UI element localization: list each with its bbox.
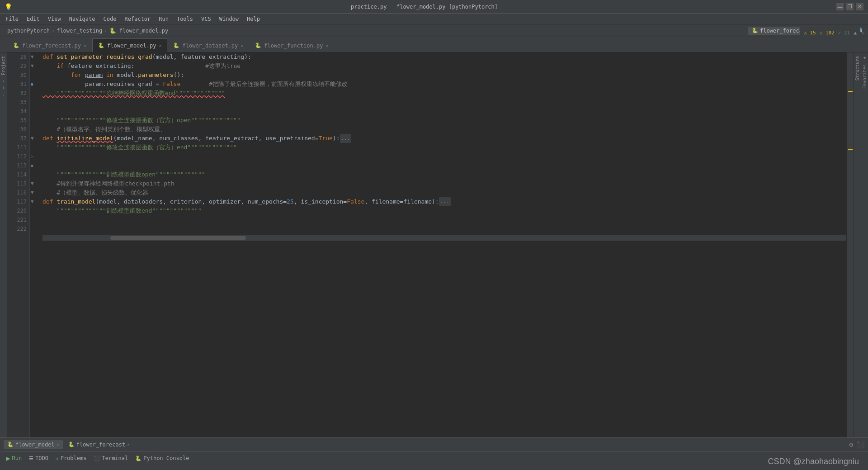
breadcrumb-folder[interactable]: flower_testing [57,28,102,34]
gutter-29[interactable]: ▼ [31,62,39,71]
gutter-116[interactable]: ▼ [31,188,39,197]
code-line-222 [42,224,846,233]
chevron-up-icon[interactable]: ▲ [854,30,857,36]
line-num-113: 113 [10,161,27,170]
code-line-32: """"""""""""""冻结神经网络权重函数end"""""""""""""… [42,89,846,98]
todo-icon: ☰ [29,456,33,461]
menu-run[interactable]: Run [155,15,172,23]
gutter-31[interactable]: ● [31,80,39,89]
right-scrollbar[interactable] [846,52,854,437]
code-line-31: param.requires_grad = False #把除了最后全连接层，前… [42,80,846,89]
menu-view[interactable]: View [44,15,65,23]
line-num-114: 114 [10,170,27,179]
tab-icon-model: 🐍 [98,43,104,48]
project-panel-label[interactable]: Project [0,52,7,79]
tab-label-model: flower_model.py [107,43,156,49]
gutter-28[interactable]: ▼ [31,52,39,62]
terminal-icon: ⬛ [94,456,100,461]
tab-flower-dataset[interactable]: 🐍 flower_dataset.py ✕ [167,38,249,52]
terminal-button[interactable]: ⬛ Terminal [91,454,131,462]
code-content[interactable]: def set_parameter_requires_grad(model, f… [39,52,846,437]
todo-label: TODO [35,455,48,461]
gutter-117[interactable]: ▼ [31,197,39,206]
code-line-115: #得到并保存神经网络模型checkpoint.pth [42,179,846,188]
favorites-icon[interactable]: ★ [863,54,866,61]
line-num-222: 222 [10,224,27,233]
horizontal-scrollbar[interactable] [42,235,846,241]
run-tab-flower-forecast[interactable]: 🐍 flower_forecast ✕ [65,440,133,449]
maximize-button[interactable]: ❐ [846,3,854,10]
gutter-37[interactable]: ▼ [31,134,39,143]
run-tab-flower-model[interactable]: 🐍 flower_model ✕ [4,440,63,449]
main-layout: Project › + - 28 29 30 31 32 33 34 35 36… [0,52,868,437]
menu-file[interactable]: File [2,15,22,23]
menu-bar: File Edit View Navigate Code Refactor Ru… [0,14,868,24]
code-line-29: if feature_extracting: #这里为true [42,62,846,71]
gutter-112[interactable]: ▷ [31,152,39,161]
ok-count: ✓ 21 [838,30,850,36]
line-num-33: 33 [10,98,27,107]
line-num-37: 37 [10,134,27,143]
run-tab-model-label: flower_model [15,442,55,448]
window-title: practice.py - flower_model.py [pythonPyt… [351,4,498,10]
title-bar: 💡 practice.py - flower_model.py [pythonP… [0,0,868,14]
tab-flower-function[interactable]: 🐍 flower_function.py ✕ [249,38,334,52]
problems-button[interactable]: ⚠ Problems [53,454,89,462]
run-tab-forecast-label: flower_forecast [76,442,125,448]
structure-panel[interactable]: Structure [854,52,861,437]
line-num-116: 116 [10,188,27,197]
close-button[interactable]: ✕ [856,3,863,10]
structure-panel-label[interactable]: Structure [854,52,861,84]
gutter-115[interactable]: ▼ [31,179,39,188]
tab-icon-forecast: 🐍 [13,43,19,48]
tab-close-function[interactable]: ✕ [326,43,328,48]
tab-close-dataset[interactable]: ✕ [241,43,243,48]
code-line-117: def train_model(model, dataloaders, crit… [42,197,846,206]
title-bar-left: 💡 [5,3,12,10]
favorites-panel-label[interactable]: Favorites [861,61,868,92]
gutter-222 [31,224,39,233]
tab-close-model[interactable]: ✕ [159,43,161,48]
gutter: ▼ ▼ ● ▼ ▷ ● ▼ ▼ ▼ [30,52,39,437]
menu-edit[interactable]: Edit [23,15,43,23]
tab-flower-model[interactable]: 🐍 flower_model.py ✕ [92,38,167,52]
menu-code[interactable]: Code [100,15,120,23]
minimize-button[interactable]: — [836,3,844,10]
line-num-32: 32 [10,89,27,98]
code-line-111: """"""""""""""修改全连接层函数（官方）end"""""""""""… [42,143,846,152]
line-num-31: 31 [10,80,27,89]
expand-icon[interactable]: + [2,85,5,90]
title-bar-controls[interactable]: — ❐ ✕ [836,3,863,10]
menu-window[interactable]: Window [216,15,242,23]
app-icon: 💡 [5,3,12,10]
breadcrumb-file[interactable]: 🐍 flower_model.py [109,28,169,34]
python-console-button[interactable]: 🐍 Python Console [132,454,192,462]
gutter-113: ● [31,161,39,170]
settings-icon[interactable]: ⚙ [849,441,853,448]
gutter-34 [31,107,39,116]
tab-close-forecast[interactable]: ✕ [84,43,86,48]
menu-tools[interactable]: Tools [173,15,197,23]
scrollbar-thumb[interactable] [110,236,246,240]
warning-bar: ⚠ 15 ⚠ 102 ✓ 21 ▲ [800,27,860,38]
line-num-112: 112 [10,152,27,161]
run-tab-forecast-close[interactable]: ✕ [127,442,130,447]
file-tabs: 🐍 flower_forecast.py ✕ 🐍 flower_model.py… [0,37,868,52]
chevron-right-icon[interactable]: › [2,79,5,84]
warning-count: ⚠ 15 [804,30,816,36]
todo-button[interactable]: ☰ TODO [26,454,51,462]
menu-vcs[interactable]: VCS [198,15,215,23]
collapse-icon[interactable]: - [2,92,5,97]
expand-panel-icon[interactable]: ⬛ [857,441,864,448]
run-panel-settings: ⚙ ⬛ [849,441,864,448]
favorites-panel[interactable]: ★ Favorites [861,52,868,437]
menu-help[interactable]: Help [243,15,264,23]
tab-flower-forecast[interactable]: 🐍 flower_forecast.py ✕ [7,38,92,52]
run-tabs: 🐍 flower_model ✕ 🐍 flower_forecast ✕ ⚙ ⬛ [0,438,868,451]
project-panel[interactable]: Project › + - [0,52,7,437]
breadcrumb-project[interactable]: pythonPytorch [7,28,50,34]
menu-navigate[interactable]: Navigate [66,15,99,23]
run-tab-model-close[interactable]: ✕ [57,442,59,447]
run-button[interactable]: ▶ Run [4,454,24,463]
menu-refactor[interactable]: Refactor [121,15,154,23]
